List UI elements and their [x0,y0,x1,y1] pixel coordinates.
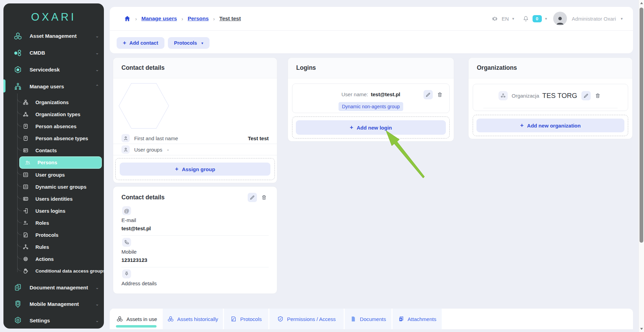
active-section-indicator [3,79,6,92]
chevron-down-icon: ⌄ [95,67,99,72]
attachments-icon [398,316,404,322]
mobile-block: Mobile 123123123 [113,236,277,263]
avatar-hexagon-placeholder [119,83,169,129]
login-item: User name: test@test.pl Dynamic non-agen… [292,84,450,113]
sidebar-item-manage-users[interactable]: Manage users ⌃ [3,78,104,95]
user-menu[interactable]: Administrator Oxari [572,16,616,22]
assign-group-button[interactable]: + Assign group [120,163,270,176]
person-absence-types-icon [23,135,29,141]
sidebar-item-settings[interactable]: Settings ⌄ [3,312,104,329]
assets-icon [117,316,123,322]
user-groups-row: User groups - [113,144,277,155]
sidebar-item-document-management[interactable]: Document management ⌄ [3,279,104,296]
breadcrumb-separator: › [135,16,137,22]
caret-down-icon[interactable]: ▾ [621,16,623,21]
caret-down-icon[interactable]: ▾ [512,16,514,21]
user-silhouette-icon [555,15,565,25]
asset-management-icon [14,32,22,40]
pencil-icon [425,92,431,98]
caret-down-icon: ▾ [202,41,203,45]
user-groups-value: - [167,147,169,153]
contact-details-info-card: Contact details @ E-mail test@test.pl Mo… [113,186,277,294]
chevron-down-icon: ⌄ [95,285,99,290]
notification-count-badge: 0 [533,15,542,22]
toolbar: + Add contact Protocols ▾ [110,31,633,49]
plus-icon: + [123,40,126,46]
edit-organization-button[interactable] [581,91,591,100]
protocols-icon [23,232,29,238]
home-icon[interactable] [124,15,131,22]
add-new-organization-button[interactable]: + Add new organization [476,119,624,132]
chevron-down-icon: ⌄ [95,33,99,38]
scrollbar-up-arrow[interactable] [640,1,643,5]
bottom-tab-bar: Assets in use Assets historically Protoc… [110,309,633,329]
card-title: Organizations [477,64,517,71]
users-logins-icon [23,208,29,214]
settings-icon [14,316,22,324]
dynamic-user-groups-icon [23,184,29,190]
user-groups-icon [23,172,29,178]
organizations-icon [23,99,29,105]
sidebar-item-persons[interactable]: Persons [19,156,102,169]
oxari-logo: OXARI [3,3,104,27]
breadcrumb-separator: › [213,16,215,22]
actions-icon [23,256,29,262]
trash-icon [261,195,267,200]
sidebar-item-conditional-data-access-groups[interactable]: Conditional data access groups [3,265,104,277]
sidebar-item-asset-management[interactable]: Asset Management ⌄ [3,27,104,44]
delete-organization-button[interactable] [593,91,602,100]
tab-permissions-access[interactable]: Permissions / Access [269,309,344,329]
breadcrumb-separator: › [181,16,183,22]
delete-contact-button[interactable] [259,193,269,202]
contact-details-card: Contact details First and last name Test… [113,57,277,183]
name-row: First and last name Test test [113,133,277,144]
pencil-icon [249,195,255,200]
sidebar-item-label: CMDB [30,50,95,56]
tab-attachments[interactable]: Attachments [393,309,442,329]
chevron-down-icon: ⌄ [95,50,99,55]
sidebar-item-label: Manage users [30,84,95,89]
login-group-chip[interactable]: Dynamic non-agents group [339,102,403,111]
manage-users-submenu: Organizations Organization types Person … [3,96,104,277]
scrollbar-thumb[interactable] [640,8,643,243]
caret-down-icon[interactable]: ▾ [545,16,547,21]
document-icon [350,316,356,322]
sidebar-item-servicedesk[interactable]: Servicedesk ⌄ [3,61,104,78]
tab-assets-in-use[interactable]: Assets in use [112,309,162,329]
gear-icon[interactable] [492,15,498,22]
scrollbar-down-arrow[interactable] [640,327,643,331]
sidebar-item-cmdb[interactable]: CMDB ⌄ [3,44,104,61]
breadcrumb-link-persons[interactable]: Persons [187,15,208,22]
organizations-card: Organizations Organizacja TES TORG + Add… [468,57,633,139]
card-title: Contact details [121,64,164,71]
chevron-down-icon: ⌄ [95,301,99,307]
shield-check-icon [277,316,283,322]
pencil-icon [583,93,589,99]
breadcrumb-link-manage-users[interactable]: Manage users [141,15,177,22]
trash-icon [595,93,601,99]
persons-icon [25,160,31,166]
mobile-value: 123123123 [121,257,269,263]
card-title: Contact details [121,194,248,201]
bell-icon[interactable] [523,15,529,22]
edit-contact-button[interactable] [248,193,257,202]
organization-types-icon [23,111,29,117]
organization-icon [498,91,508,100]
language-selector[interactable]: EN [502,16,509,22]
tab-documents[interactable]: Documents [345,309,391,329]
full-name-value: Test test [248,135,269,141]
avatar[interactable] [553,12,567,25]
sidebar-item-contacts[interactable]: Contacts [3,144,104,156]
protocols-dropdown-button[interactable]: Protocols ▾ [168,37,210,49]
organization-name: TES TORG [542,92,577,100]
protocols-icon [230,316,237,322]
add-new-login-button[interactable]: + Add new login [296,120,446,135]
delete-login-button[interactable] [435,90,444,99]
tab-protocols[interactable]: Protocols [224,309,268,329]
plus-icon: + [350,124,353,131]
tab-assets-historically[interactable]: Assets historically [163,309,223,329]
sidebar-item-mobile-management[interactable]: Mobile Management ⌄ [3,296,104,312]
breadcrumb-current-test-test[interactable]: Test test [219,15,241,22]
edit-login-button[interactable] [423,90,433,99]
add-contact-button[interactable]: + Add contact [117,37,164,49]
